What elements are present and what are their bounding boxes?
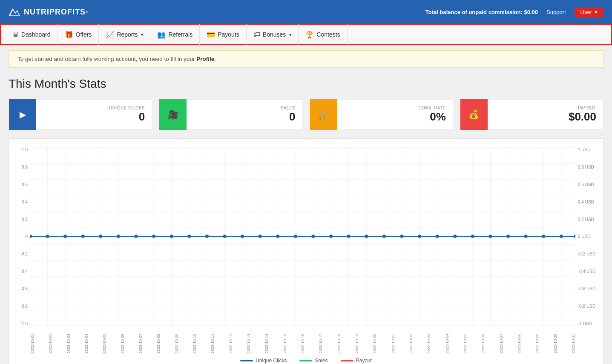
chart-legend: Unique Clicks Sales Payout	[13, 358, 599, 364]
svg-point-73	[560, 235, 563, 238]
svg-point-53	[205, 235, 209, 238]
banner-text-before: To get started and obtain fully working …	[17, 56, 196, 62]
nav-item-bonuses[interactable]: 🏷 Bonuses ▾	[247, 24, 299, 45]
svg-point-60	[329, 235, 333, 238]
stat-card-conv-rate: 🛒 CONV. RATE 0%	[310, 99, 453, 130]
payout-value: $0.00	[488, 110, 596, 123]
svg-point-68	[471, 235, 475, 238]
svg-point-65	[418, 235, 422, 238]
svg-point-58	[294, 235, 298, 238]
svg-point-47	[99, 235, 103, 238]
svg-point-69	[488, 235, 492, 238]
bonuses-dropdown-arrow: ▾	[289, 32, 291, 37]
svg-point-45	[63, 235, 67, 238]
stat-card-payout: 💰 PAYOUT $0.00	[460, 99, 603, 130]
logo-icon	[9, 7, 20, 17]
payout-icon: 💰	[468, 109, 479, 120]
svg-point-50	[152, 235, 156, 238]
chart-svg	[30, 147, 575, 326]
nav-item-contests[interactable]: 🏆 Contests	[299, 24, 347, 45]
svg-point-62	[365, 235, 368, 238]
x-axis-labels: 2022-10-01 2022-10-02 2022-10-03 2022-10…	[13, 328, 599, 353]
sales-icon: 🎥	[168, 109, 178, 120]
svg-point-71	[524, 235, 528, 238]
cart-icon: 🛒	[318, 109, 329, 120]
page-title: This Month's Stats	[9, 77, 603, 91]
stats-row: ▶ UNIQUE CLICKS 0 🎥 SALES 0 🛒 CONV. RATE…	[9, 99, 603, 130]
nav-item-dashboard[interactable]: 🖥 Dashboard	[5, 24, 58, 45]
support-link[interactable]: Support	[546, 9, 566, 15]
nav-item-reports[interactable]: 📈 Reports ▾	[99, 24, 150, 45]
legend-color-sales	[299, 360, 312, 361]
svg-point-52	[187, 235, 191, 238]
reports-icon: 📈	[106, 31, 114, 39]
sales-label: SALES	[187, 106, 295, 110]
contests-icon: 🏆	[305, 31, 314, 39]
legend-sales: Sales	[299, 358, 328, 364]
conv-rate-icon-box: 🛒	[310, 99, 337, 130]
nav-label-reports: Reports	[117, 31, 138, 38]
conv-rate-label: CONV. RATE	[337, 106, 446, 110]
chart-container: 1.0 0.8 0.6 0.4 0.2 0 -0.2 -0.4 -0.6 -0.…	[9, 138, 603, 364]
referrals-icon: 👥	[157, 31, 166, 39]
svg-point-44	[46, 235, 49, 238]
profile-banner: To get started and obtain fully working …	[9, 50, 603, 68]
legend-color-payout	[341, 360, 353, 361]
unique-clicks-label: UNIQUE CLICKS	[36, 106, 145, 110]
nav-label-offers: Offers	[76, 31, 92, 38]
sales-content: SALES 0	[187, 106, 302, 123]
unique-clicks-value: 0	[36, 110, 145, 123]
payout-label: PAYOUT	[488, 106, 596, 110]
banner-text-after: .	[214, 56, 216, 62]
chevron-down-icon: ▾	[595, 9, 598, 15]
reports-dropdown-arrow: ▾	[141, 32, 143, 37]
unique-clicks-content: UNIQUE CLICKS 0	[36, 106, 152, 123]
svg-point-61	[347, 235, 351, 238]
legend-unique-clicks: Unique Clicks	[240, 358, 287, 364]
bonuses-icon: 🏷	[253, 31, 260, 38]
header-right: Total balance of unpaid commission: $0.0…	[425, 7, 603, 17]
legend-label-unique-clicks: Unique Clicks	[256, 358, 287, 364]
nav-label-referrals: Referrals	[168, 31, 193, 38]
cursor-icon: ▶	[20, 109, 26, 120]
svg-point-66	[435, 235, 439, 238]
svg-point-49	[134, 235, 138, 238]
svg-point-57	[276, 235, 280, 238]
svg-point-46	[81, 235, 85, 238]
user-menu[interactable]: User ▾	[575, 7, 603, 17]
legend-color-unique-clicks	[240, 360, 253, 361]
profile-link[interactable]: Profile	[196, 56, 214, 62]
nav-label-contests: Contests	[316, 31, 340, 38]
unique-clicks-icon-box: ▶	[9, 99, 36, 130]
svg-point-67	[453, 235, 457, 238]
y-axis-right: 1 USD 0.8 USD 0.6 USD 0.4 USD 0.2 USD 0 …	[575, 147, 599, 326]
conv-rate-content: CONV. RATE 0%	[337, 106, 453, 123]
nav-item-referrals[interactable]: 👥 Referrals	[150, 24, 200, 45]
dashboard-icon: 🖥	[12, 31, 19, 38]
nav-item-payouts[interactable]: 💳 Payouts	[200, 24, 247, 45]
nav-label-bonuses: Bonuses	[263, 31, 286, 38]
chart-area	[30, 147, 575, 326]
svg-point-59	[311, 235, 315, 238]
y-axis-left: 1.0 0.8 0.6 0.4 0.2 0 -0.2 -0.4 -0.6 -0.…	[13, 147, 30, 326]
svg-point-74	[574, 235, 575, 238]
nav-item-offers[interactable]: 🎁 Offers	[58, 24, 99, 45]
offers-icon: 🎁	[65, 31, 73, 39]
header: NUTRIPROFITS ® Total balance of unpaid c…	[0, 0, 612, 24]
sales-icon-box: 🎥	[159, 99, 187, 130]
logo-text: NUTRIPROFITS	[24, 8, 86, 17]
payout-content: PAYOUT $0.00	[488, 106, 603, 123]
legend-label-payout: Payout	[356, 358, 372, 364]
stat-card-sales: 🎥 SALES 0	[159, 99, 302, 130]
svg-point-54	[223, 235, 227, 238]
conv-rate-value: 0%	[337, 110, 446, 123]
svg-point-56	[258, 235, 262, 238]
svg-point-55	[241, 235, 244, 238]
header-balance: Total balance of unpaid commission: $0.0…	[425, 9, 538, 15]
svg-point-72	[542, 235, 546, 238]
svg-point-70	[506, 235, 510, 238]
chart-inner: 1.0 0.8 0.6 0.4 0.2 0 -0.2 -0.4 -0.6 -0.…	[13, 147, 599, 326]
nav-label-payouts: Payouts	[218, 31, 239, 38]
logo: NUTRIPROFITS ®	[9, 7, 89, 17]
main-content: This Month's Stats ▶ UNIQUE CLICKS 0 🎥 S…	[0, 73, 612, 364]
